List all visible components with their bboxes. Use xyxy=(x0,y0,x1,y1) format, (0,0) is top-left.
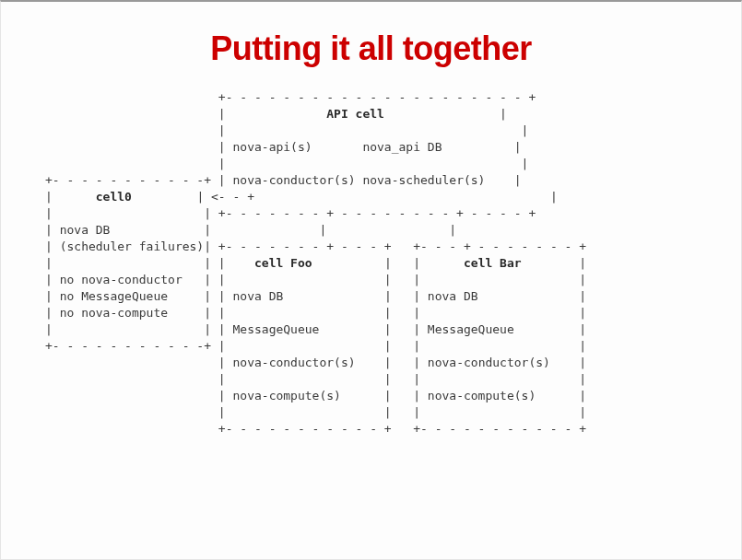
slide: Putting it all together +- - - - - - - -… xyxy=(0,0,742,560)
api-cell-heading: API cell xyxy=(326,107,384,121)
cell-bar-line4: nova-compute(s) xyxy=(428,389,536,402)
api-cell-nova-api-db: nova_api DB xyxy=(362,140,442,154)
api-cell-nova-scheduler: nova-scheduler(s) xyxy=(362,173,485,187)
slide-title: Putting it all together xyxy=(1,29,741,68)
api-cell-nova-api: nova-api(s) xyxy=(233,140,312,154)
cell0-line5: no nova-compute xyxy=(60,306,168,320)
architecture-diagram: +- - - - - - - - - - - - - - - - - - - -… xyxy=(45,89,586,438)
cell-foo-heading: cell Foo xyxy=(254,256,312,270)
cell0-line2: (scheduler failures) xyxy=(60,239,205,253)
api-cell-nova-conductor: nova-conductor(s) xyxy=(233,173,356,187)
cell-foo-line3: nova-conductor(s) xyxy=(233,356,356,369)
cell-bar-line1: nova DB xyxy=(428,289,478,303)
cell0-heading: cell0 xyxy=(96,190,132,204)
cell-foo-line1: nova DB xyxy=(233,289,284,303)
cell0-line1: nova DB xyxy=(60,223,111,237)
cell0-line4: no MessageQueue xyxy=(60,289,168,303)
cell-foo-line4: nova-compute(s) xyxy=(233,389,341,402)
cell-bar-heading: cell Bar xyxy=(464,256,522,270)
cell0-line3: no nova-conductor xyxy=(60,273,183,286)
cell-bar-line2: MessageQueue xyxy=(428,322,514,336)
cell-bar-line3: nova-conductor(s) xyxy=(428,356,550,369)
cell-foo-line2: MessageQueue xyxy=(233,322,320,336)
